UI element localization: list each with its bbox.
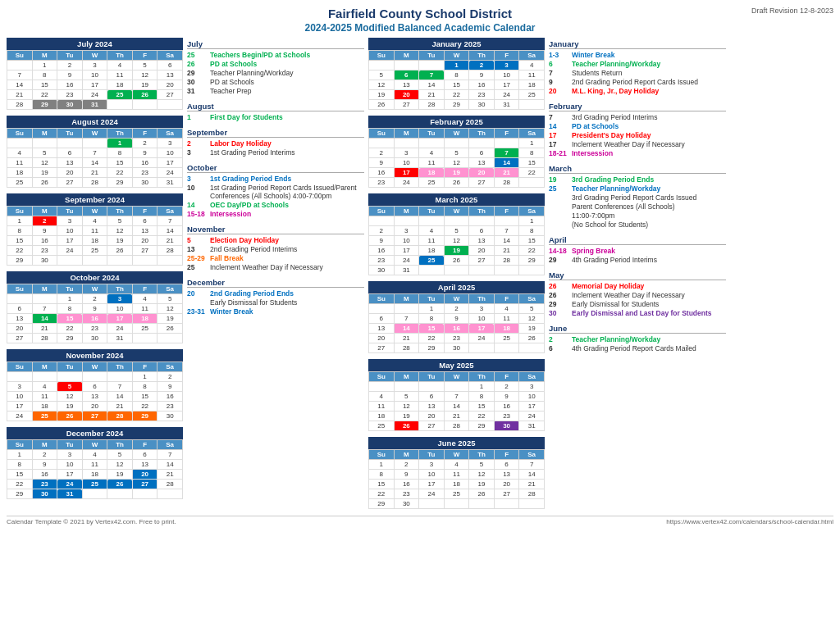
calendar-day: 3 xyxy=(494,61,519,70)
event-date: 31 xyxy=(187,87,210,95)
day-header: F xyxy=(132,207,158,216)
calendar-day: 25 xyxy=(444,489,469,499)
event-month-header-january: January xyxy=(549,39,726,49)
calendar-day: 6 xyxy=(369,314,395,324)
calendar-day xyxy=(394,216,419,226)
calendar-title-july2024: July 2024 xyxy=(7,38,183,50)
calendar-title-november2024: November 2024 xyxy=(7,349,183,361)
calendar-july2024: July 2024SuMTuWThFSa12345678910111213141… xyxy=(7,38,183,110)
calendar-day xyxy=(394,139,419,148)
event-month-header-may: May xyxy=(549,271,726,280)
event-text: Inclement Weather Day if Necessary xyxy=(572,291,685,299)
day-header: Sa xyxy=(158,207,183,216)
calendar-day: 1 xyxy=(469,382,495,392)
calendar-day: 5 xyxy=(519,304,545,314)
event-item: 18-21Intersession xyxy=(549,149,726,157)
calendar-day: 21 xyxy=(107,402,133,411)
calendar-day: 10 xyxy=(107,304,133,314)
calendar-day: 6 xyxy=(394,70,419,80)
calendar-august2024: August 2024SuMTuWThFSa123456789101112131… xyxy=(7,116,183,188)
calendar-day: 9 xyxy=(444,314,469,324)
calendar-table-august2024: SuMTuWThFSa12345678910111213141516171819… xyxy=(7,128,183,188)
page-title: Fairfield County School District xyxy=(171,7,669,20)
day-header: Tu xyxy=(419,450,445,460)
day-header: Th xyxy=(107,440,133,450)
calendar-day: 20 xyxy=(369,334,395,343)
calendar-day: 26 xyxy=(57,411,83,421)
day-header: W xyxy=(82,129,107,139)
event-date: 25 xyxy=(187,263,210,271)
calendar-day xyxy=(7,294,33,304)
event-text: Teachers Begin/PD at Schools xyxy=(210,51,310,59)
calendar-day: 16 xyxy=(32,236,57,246)
calendar-day: 28 xyxy=(82,178,107,188)
calendar-day: 12 xyxy=(394,402,419,411)
event-item: 15-18Intersession xyxy=(187,210,364,218)
day-header: Su xyxy=(7,440,33,450)
calendar-day: 18 xyxy=(7,168,33,178)
calendar-day: 10 xyxy=(494,70,519,80)
calendar-day: 19 xyxy=(469,480,495,489)
calendar-day: 21 xyxy=(494,168,519,178)
left-calendars: July 2024SuMTuWThFSa12345678910111213141… xyxy=(7,38,183,512)
calendar-day: 6 xyxy=(469,226,495,236)
calendar-day: 14 xyxy=(519,470,545,480)
calendar-day: 2 xyxy=(82,294,107,304)
calendar-day: 20 xyxy=(132,470,158,480)
event-text: (No School for Students) xyxy=(572,221,648,229)
day-header: Tu xyxy=(419,294,445,304)
calendar-day: 29 xyxy=(7,489,33,499)
calendar-day: 1 xyxy=(132,372,158,382)
calendar-day: 22 xyxy=(107,168,133,178)
calendar-day xyxy=(494,216,519,226)
calendar-day: 13 xyxy=(82,392,107,402)
event-list-february: February73rd Grading Period Interims14PD… xyxy=(547,100,728,160)
event-date: 7 xyxy=(549,113,572,121)
calendar-day: 29 xyxy=(7,256,33,266)
day-header: Sa xyxy=(519,372,545,382)
event-text: Fall Break xyxy=(210,254,244,262)
day-header: Su xyxy=(7,207,33,216)
calendar-day: 7 xyxy=(107,382,133,392)
calendar-day xyxy=(132,334,158,343)
calendar-october2024: October 2024SuMTuWThFSa12345678910111213… xyxy=(7,271,183,343)
event-text: Students Return xyxy=(572,69,622,77)
calendar-day: 31 xyxy=(158,178,183,188)
calendar-day: 28 xyxy=(519,489,545,499)
calendar-day xyxy=(158,334,183,343)
calendar-day: 16 xyxy=(158,392,183,402)
calendar-day: 2 xyxy=(32,216,57,226)
calendar-day xyxy=(107,100,133,110)
event-date: 25 xyxy=(187,51,210,59)
calendar-day: 22 xyxy=(32,90,57,100)
calendar-day: 10 xyxy=(7,392,33,402)
event-item: 193rd Grading Period Ends xyxy=(549,175,726,184)
calendar-day: 1 xyxy=(57,294,83,304)
calendar-day: 8 xyxy=(7,460,33,470)
event-date: 20 xyxy=(549,87,572,95)
footer-left: Calendar Template © 2021 by Vertex42.com… xyxy=(7,518,176,525)
calendar-day: 27 xyxy=(394,100,419,110)
calendar-day: 2 xyxy=(394,460,419,470)
event-text: Spring Break xyxy=(572,247,615,255)
event-list-may: May26Memorial Day Holiday26Inclement Wea… xyxy=(547,269,728,320)
calendar-day: 15 xyxy=(32,80,57,90)
calendar-day: 27 xyxy=(158,90,183,100)
day-header: M xyxy=(394,372,419,382)
calendar-day: 26 xyxy=(444,256,469,266)
calendar-day xyxy=(32,139,57,148)
calendar-day: 7 xyxy=(519,460,545,470)
calendar-day: 23 xyxy=(469,90,495,100)
calendar-table-march2025: SuMTuWThFSa12345678910111213141516171819… xyxy=(368,206,545,275)
calendar-day: 18 xyxy=(419,246,445,256)
calendar-june2025: June 2025SuMTuWThFSa12345678910111213141… xyxy=(368,437,545,509)
calendar-day: 16 xyxy=(444,324,469,334)
calendar-day: 12 xyxy=(444,158,469,168)
calendar-day: 6 xyxy=(158,61,183,70)
calendar-november2024: November 2024SuMTuWThFSa1234567891011121… xyxy=(7,349,183,421)
event-item: 17Inclement Weather Day if Necessary xyxy=(549,140,726,148)
day-header: F xyxy=(132,284,158,294)
event-item: 132nd Grading Period Interims xyxy=(187,245,364,253)
calendar-day: 19 xyxy=(394,411,419,421)
calendar-day: 11 xyxy=(82,460,107,470)
